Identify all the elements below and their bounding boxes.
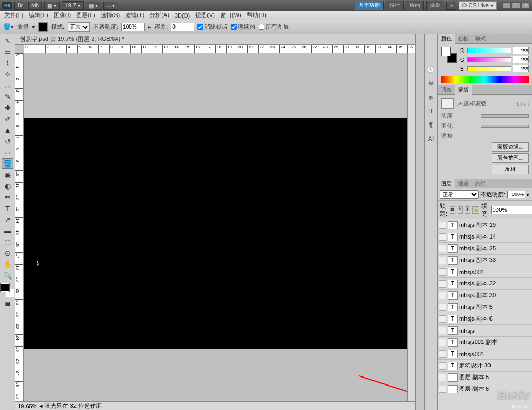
layer-row[interactable]: Tmhsjs 副本 19 bbox=[438, 219, 532, 231]
visibility-icon[interactable] bbox=[439, 233, 446, 241]
workspace-photo[interactable]: 摄影 bbox=[426, 1, 444, 10]
move-tool[interactable]: ↖ bbox=[2, 35, 13, 46]
document-tab[interactable]: 创意字.psd @ 19.7% (图层 2, RGB/8#) * bbox=[15, 34, 415, 45]
layer-row[interactable]: Tmhsjs 副本 25 bbox=[438, 243, 532, 255]
color-swatch[interactable] bbox=[1, 283, 14, 297]
pattern-swatch[interactable] bbox=[38, 22, 48, 32]
quickmask-tool[interactable]: ◙ bbox=[2, 298, 13, 308]
colorrange-button[interactable]: 颜色范围... bbox=[492, 153, 529, 163]
eyedrop-tool[interactable]: ✎ bbox=[2, 91, 13, 102]
r-input[interactable] bbox=[513, 47, 529, 54]
menu-help[interactable]: 帮助(H) bbox=[245, 11, 269, 19]
color-spectrum[interactable] bbox=[441, 76, 529, 83]
layer-fill[interactable] bbox=[491, 206, 532, 214]
layer-row[interactable]: Tmhsjs001 bbox=[438, 266, 532, 278]
g-slider[interactable] bbox=[467, 57, 511, 62]
stamp-tool[interactable]: ▲ bbox=[2, 125, 13, 135]
channels-tab[interactable]: 通道 bbox=[455, 179, 472, 188]
maximize-button[interactable]: ☐ bbox=[512, 2, 520, 9]
visibility-icon[interactable] bbox=[439, 257, 446, 264]
menu-file[interactable]: 文件(F) bbox=[2, 11, 26, 19]
adjust-tab[interactable]: 调整 bbox=[438, 85, 455, 95]
canvas[interactable]: MHSJS001 梦幻设计师 MHSJS 设计师 001 梦幻设计师 MHSJS… bbox=[24, 118, 407, 349]
history-tool[interactable]: ↺ bbox=[2, 136, 13, 146]
mode-select[interactable]: 正常 bbox=[68, 22, 90, 32]
workspace-design[interactable]: 设计 bbox=[386, 1, 404, 10]
dodge-tool[interactable]: ◐ bbox=[2, 181, 13, 191]
workspace-paint[interactable]: 绘画 bbox=[406, 1, 424, 10]
visibility-icon[interactable] bbox=[439, 327, 446, 334]
menu-analysis[interactable]: 分析(A) bbox=[147, 11, 171, 19]
scrollbar-horizontal[interactable]: 19.65% ◂ 曝光只在 32 位起作用 bbox=[15, 401, 415, 410]
menu-3d[interactable]: 3D(D) bbox=[172, 12, 192, 19]
layer-opacity[interactable] bbox=[507, 191, 525, 198]
layer-row[interactable]: Tmhsjs001 bbox=[438, 348, 532, 360]
visibility-icon[interactable] bbox=[439, 374, 446, 381]
invert-button[interactable]: 反相 bbox=[492, 165, 529, 174]
visibility-icon[interactable] bbox=[439, 350, 446, 358]
bucket-icon[interactable]: 🪣▾ bbox=[3, 23, 14, 30]
color-swatch-panel[interactable] bbox=[441, 47, 457, 63]
brush-tool[interactable]: ✐ bbox=[2, 113, 13, 124]
color-tab[interactable]: 颜色 bbox=[438, 34, 455, 44]
align-icon[interactable]: Al bbox=[426, 135, 436, 145]
blur-tool[interactable]: ◉ bbox=[2, 169, 13, 180]
minibridge-button[interactable]: Mb bbox=[28, 2, 42, 10]
cslive-button[interactable]: CS Live ▾ bbox=[459, 1, 497, 10]
layer-row[interactable]: Tmhsjs 副本 33 bbox=[438, 255, 532, 266]
menu-layer[interactable]: 图层(L) bbox=[74, 11, 97, 19]
layer-row[interactable]: T梦幻设计 30 bbox=[438, 360, 532, 372]
feather-slider[interactable] bbox=[481, 125, 529, 128]
visibility-icon[interactable] bbox=[439, 222, 446, 229]
eraser-tool[interactable]: ▱ bbox=[2, 147, 13, 158]
menu-image[interactable]: 图像(I) bbox=[52, 11, 73, 19]
blend-select[interactable]: 正常 bbox=[440, 190, 479, 199]
layer-row[interactable]: Tmhsjs 副本 14 bbox=[438, 231, 532, 243]
path-tool[interactable]: ↗ bbox=[2, 214, 13, 225]
bridge-button[interactable]: Br bbox=[14, 2, 26, 10]
r-slider[interactable] bbox=[467, 48, 511, 53]
antialias-check[interactable] bbox=[197, 24, 203, 30]
marquee-tool[interactable]: ▭ bbox=[2, 46, 13, 57]
shape-tool[interactable]: ▬ bbox=[2, 225, 13, 236]
ruler-vertical[interactable]: 0123456789101112131415161718192021222324… bbox=[15, 53, 24, 401]
workspace-more[interactable]: » bbox=[446, 2, 457, 10]
visibility-icon[interactable] bbox=[439, 339, 446, 346]
lock-trans-icon[interactable]: ▦ bbox=[450, 206, 455, 214]
panel-collapse-strip[interactable] bbox=[415, 34, 424, 410]
contiguous-check[interactable] bbox=[231, 24, 237, 30]
visibility-icon[interactable] bbox=[439, 280, 446, 288]
lasso-tool[interactable]: ⌇ bbox=[2, 58, 13, 68]
minimize-button[interactable]: ─ bbox=[502, 2, 511, 9]
type-tool[interactable]: T bbox=[2, 203, 13, 214]
alllayers-check[interactable] bbox=[259, 24, 264, 30]
layer-row[interactable]: 图层 副本 5 bbox=[438, 372, 532, 383]
layer-row[interactable]: Tmhsjs 副本 6 bbox=[438, 313, 532, 325]
canvas-area[interactable]: MHSJS001 梦幻设计师 MHSJS 设计师 001 梦幻设计师 MHSJS… bbox=[24, 53, 407, 401]
ruler-horizontal[interactable]: 0123456789101112131415161718192021222324… bbox=[24, 45, 415, 53]
close-button[interactable]: ✕ bbox=[521, 2, 530, 9]
swatches-tab[interactable]: 色板 bbox=[455, 34, 472, 44]
density-slider[interactable] bbox=[481, 114, 529, 118]
b-slider[interactable] bbox=[467, 66, 511, 71]
zoom-tool[interactable]: 🔍 bbox=[2, 270, 13, 281]
layers-tab[interactable]: 图层 bbox=[438, 179, 455, 188]
lock-paint-icon[interactable]: ✎ bbox=[458, 206, 463, 214]
swatches-icon[interactable]: ✳ bbox=[426, 80, 436, 89]
workspace-basic[interactable]: 基本功能 bbox=[355, 1, 384, 10]
viewmode-button[interactable]: ▦ ▾ bbox=[44, 2, 60, 10]
layer-row[interactable]: Tmhsjs 副本 32 bbox=[438, 278, 532, 290]
visibility-icon[interactable] bbox=[439, 386, 446, 393]
b-input[interactable] bbox=[513, 65, 529, 72]
visibility-icon[interactable] bbox=[439, 304, 446, 311]
scrollbar-vertical[interactable] bbox=[407, 53, 415, 401]
menu-window[interactable]: 窗口(W) bbox=[218, 11, 244, 19]
maskedge-button[interactable]: 蒙版边缘... bbox=[492, 142, 529, 152]
3dcam-tool[interactable]: ⊙ bbox=[2, 248, 13, 258]
layer-row[interactable]: Tmhsjs001 副本 bbox=[438, 337, 532, 348]
menu-filter[interactable]: 滤镜(T) bbox=[123, 11, 146, 19]
history-icon[interactable]: 🕓 bbox=[426, 66, 436, 76]
paths-tab[interactable]: 路径 bbox=[472, 179, 489, 188]
bucket-tool[interactable]: 🪣 bbox=[2, 158, 13, 169]
para-icon[interactable]: ¶ bbox=[426, 121, 436, 131]
